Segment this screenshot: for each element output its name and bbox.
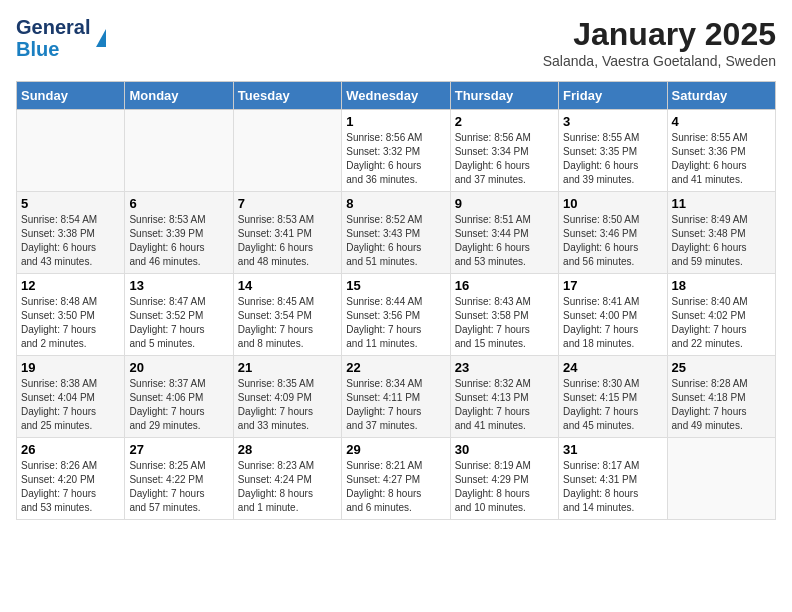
col-header-saturday: Saturday — [667, 82, 775, 110]
calendar-cell: 28Sunrise: 8:23 AM Sunset: 4:24 PM Dayli… — [233, 438, 341, 520]
calendar-cell: 7Sunrise: 8:53 AM Sunset: 3:41 PM Daylig… — [233, 192, 341, 274]
day-number: 3 — [563, 114, 662, 129]
day-info: Sunrise: 8:45 AM Sunset: 3:54 PM Dayligh… — [238, 295, 337, 351]
calendar-cell: 13Sunrise: 8:47 AM Sunset: 3:52 PM Dayli… — [125, 274, 233, 356]
day-number: 5 — [21, 196, 120, 211]
day-number: 17 — [563, 278, 662, 293]
calendar-cell: 24Sunrise: 8:30 AM Sunset: 4:15 PM Dayli… — [559, 356, 667, 438]
calendar-cell: 10Sunrise: 8:50 AM Sunset: 3:46 PM Dayli… — [559, 192, 667, 274]
logo-blue: Blue — [16, 38, 90, 60]
calendar-header-row: SundayMondayTuesdayWednesdayThursdayFrid… — [17, 82, 776, 110]
day-number: 31 — [563, 442, 662, 457]
day-number: 6 — [129, 196, 228, 211]
calendar-cell: 21Sunrise: 8:35 AM Sunset: 4:09 PM Dayli… — [233, 356, 341, 438]
day-number: 2 — [455, 114, 554, 129]
day-number: 20 — [129, 360, 228, 375]
calendar-cell — [17, 110, 125, 192]
col-header-wednesday: Wednesday — [342, 82, 450, 110]
day-number: 29 — [346, 442, 445, 457]
calendar-cell: 5Sunrise: 8:54 AM Sunset: 3:38 PM Daylig… — [17, 192, 125, 274]
day-number: 12 — [21, 278, 120, 293]
day-number: 25 — [672, 360, 771, 375]
calendar-cell: 17Sunrise: 8:41 AM Sunset: 4:00 PM Dayli… — [559, 274, 667, 356]
day-info: Sunrise: 8:55 AM Sunset: 3:35 PM Dayligh… — [563, 131, 662, 187]
day-number: 28 — [238, 442, 337, 457]
day-info: Sunrise: 8:47 AM Sunset: 3:52 PM Dayligh… — [129, 295, 228, 351]
calendar-cell: 6Sunrise: 8:53 AM Sunset: 3:39 PM Daylig… — [125, 192, 233, 274]
page-header: General Blue January 2025 Salanda, Vaest… — [16, 16, 776, 69]
day-info: Sunrise: 8:32 AM Sunset: 4:13 PM Dayligh… — [455, 377, 554, 433]
logo-general: General — [16, 16, 90, 38]
calendar-cell: 12Sunrise: 8:48 AM Sunset: 3:50 PM Dayli… — [17, 274, 125, 356]
calendar-cell: 8Sunrise: 8:52 AM Sunset: 3:43 PM Daylig… — [342, 192, 450, 274]
day-number: 30 — [455, 442, 554, 457]
day-number: 13 — [129, 278, 228, 293]
day-number: 7 — [238, 196, 337, 211]
calendar-cell: 30Sunrise: 8:19 AM Sunset: 4:29 PM Dayli… — [450, 438, 558, 520]
day-info: Sunrise: 8:37 AM Sunset: 4:06 PM Dayligh… — [129, 377, 228, 433]
day-info: Sunrise: 8:56 AM Sunset: 3:34 PM Dayligh… — [455, 131, 554, 187]
day-info: Sunrise: 8:56 AM Sunset: 3:32 PM Dayligh… — [346, 131, 445, 187]
location-subtitle: Salanda, Vaestra Goetaland, Sweden — [543, 53, 776, 69]
day-info: Sunrise: 8:40 AM Sunset: 4:02 PM Dayligh… — [672, 295, 771, 351]
calendar-cell: 20Sunrise: 8:37 AM Sunset: 4:06 PM Dayli… — [125, 356, 233, 438]
day-number: 15 — [346, 278, 445, 293]
day-info: Sunrise: 8:55 AM Sunset: 3:36 PM Dayligh… — [672, 131, 771, 187]
day-info: Sunrise: 8:30 AM Sunset: 4:15 PM Dayligh… — [563, 377, 662, 433]
logo-triangle-icon — [96, 29, 106, 47]
calendar-cell: 19Sunrise: 8:38 AM Sunset: 4:04 PM Dayli… — [17, 356, 125, 438]
day-info: Sunrise: 8:41 AM Sunset: 4:00 PM Dayligh… — [563, 295, 662, 351]
day-info: Sunrise: 8:26 AM Sunset: 4:20 PM Dayligh… — [21, 459, 120, 515]
calendar-cell: 11Sunrise: 8:49 AM Sunset: 3:48 PM Dayli… — [667, 192, 775, 274]
calendar-cell: 9Sunrise: 8:51 AM Sunset: 3:44 PM Daylig… — [450, 192, 558, 274]
day-info: Sunrise: 8:23 AM Sunset: 4:24 PM Dayligh… — [238, 459, 337, 515]
calendar-cell: 27Sunrise: 8:25 AM Sunset: 4:22 PM Dayli… — [125, 438, 233, 520]
calendar-week-row: 5Sunrise: 8:54 AM Sunset: 3:38 PM Daylig… — [17, 192, 776, 274]
calendar-cell: 3Sunrise: 8:55 AM Sunset: 3:35 PM Daylig… — [559, 110, 667, 192]
day-info: Sunrise: 8:25 AM Sunset: 4:22 PM Dayligh… — [129, 459, 228, 515]
day-info: Sunrise: 8:35 AM Sunset: 4:09 PM Dayligh… — [238, 377, 337, 433]
day-info: Sunrise: 8:53 AM Sunset: 3:39 PM Dayligh… — [129, 213, 228, 269]
calendar-cell: 18Sunrise: 8:40 AM Sunset: 4:02 PM Dayli… — [667, 274, 775, 356]
calendar-cell — [233, 110, 341, 192]
calendar-cell: 14Sunrise: 8:45 AM Sunset: 3:54 PM Dayli… — [233, 274, 341, 356]
col-header-friday: Friday — [559, 82, 667, 110]
calendar-week-row: 26Sunrise: 8:26 AM Sunset: 4:20 PM Dayli… — [17, 438, 776, 520]
col-header-tuesday: Tuesday — [233, 82, 341, 110]
day-info: Sunrise: 8:48 AM Sunset: 3:50 PM Dayligh… — [21, 295, 120, 351]
day-number: 14 — [238, 278, 337, 293]
calendar-cell: 31Sunrise: 8:17 AM Sunset: 4:31 PM Dayli… — [559, 438, 667, 520]
calendar-week-row: 1Sunrise: 8:56 AM Sunset: 3:32 PM Daylig… — [17, 110, 776, 192]
day-info: Sunrise: 8:49 AM Sunset: 3:48 PM Dayligh… — [672, 213, 771, 269]
day-info: Sunrise: 8:54 AM Sunset: 3:38 PM Dayligh… — [21, 213, 120, 269]
calendar-cell: 2Sunrise: 8:56 AM Sunset: 3:34 PM Daylig… — [450, 110, 558, 192]
calendar-cell: 16Sunrise: 8:43 AM Sunset: 3:58 PM Dayli… — [450, 274, 558, 356]
day-number: 16 — [455, 278, 554, 293]
calendar-cell: 29Sunrise: 8:21 AM Sunset: 4:27 PM Dayli… — [342, 438, 450, 520]
calendar-cell: 4Sunrise: 8:55 AM Sunset: 3:36 PM Daylig… — [667, 110, 775, 192]
calendar-cell: 22Sunrise: 8:34 AM Sunset: 4:11 PM Dayli… — [342, 356, 450, 438]
day-info: Sunrise: 8:51 AM Sunset: 3:44 PM Dayligh… — [455, 213, 554, 269]
calendar-cell: 26Sunrise: 8:26 AM Sunset: 4:20 PM Dayli… — [17, 438, 125, 520]
calendar-cell — [125, 110, 233, 192]
day-info: Sunrise: 8:43 AM Sunset: 3:58 PM Dayligh… — [455, 295, 554, 351]
day-info: Sunrise: 8:44 AM Sunset: 3:56 PM Dayligh… — [346, 295, 445, 351]
day-number: 9 — [455, 196, 554, 211]
day-info: Sunrise: 8:52 AM Sunset: 3:43 PM Dayligh… — [346, 213, 445, 269]
day-number: 10 — [563, 196, 662, 211]
day-info: Sunrise: 8:34 AM Sunset: 4:11 PM Dayligh… — [346, 377, 445, 433]
calendar-week-row: 12Sunrise: 8:48 AM Sunset: 3:50 PM Dayli… — [17, 274, 776, 356]
col-header-monday: Monday — [125, 82, 233, 110]
calendar-cell — [667, 438, 775, 520]
day-info: Sunrise: 8:38 AM Sunset: 4:04 PM Dayligh… — [21, 377, 120, 433]
day-number: 1 — [346, 114, 445, 129]
title-block: January 2025 Salanda, Vaestra Goetaland,… — [543, 16, 776, 69]
day-number: 8 — [346, 196, 445, 211]
day-info: Sunrise: 8:50 AM Sunset: 3:46 PM Dayligh… — [563, 213, 662, 269]
day-number: 4 — [672, 114, 771, 129]
col-header-thursday: Thursday — [450, 82, 558, 110]
calendar-cell: 15Sunrise: 8:44 AM Sunset: 3:56 PM Dayli… — [342, 274, 450, 356]
day-number: 18 — [672, 278, 771, 293]
calendar-table: SundayMondayTuesdayWednesdayThursdayFrid… — [16, 81, 776, 520]
day-number: 21 — [238, 360, 337, 375]
